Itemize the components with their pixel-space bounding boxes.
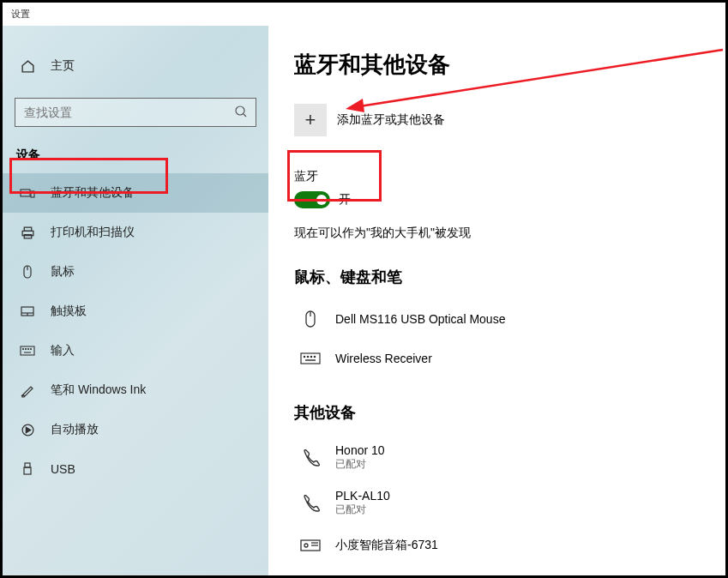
main-panel: 蓝牙和其他设备 + 添加蓝牙或其他设备 蓝牙 开 现在可以作为"我的大手机"被发… [268,26,725,575]
sidebar-item-label: 输入 [51,343,75,358]
sidebar-item-label: 打印机和扫描仪 [51,225,135,240]
svg-rect-23 [301,353,320,364]
svg-rect-2 [21,190,30,196]
sidebar-item-bluetooth[interactable]: 蓝牙和其他设备 [3,173,268,213]
autoplay-icon [20,422,35,437]
keyboard-icon [20,343,35,358]
sidebar-item-label: USB [51,462,75,476]
device-item[interactable]: Wireless Receiver [294,339,725,378]
device-name: Wireless Receiver [335,352,432,365]
phone-icon [299,447,322,469]
sidebar: 主页 设备 蓝牙和其他设备 [3,26,268,575]
svg-rect-20 [24,467,31,474]
sidebar-section-header: 设备 [3,142,268,173]
device-item[interactable]: Honor 10 已配对 [294,435,725,480]
home-link[interactable]: 主页 [3,46,268,86]
sidebar-item-autoplay[interactable]: 自动播放 [3,410,268,449]
bluetooth-section-label: 蓝牙 [294,169,725,184]
device-status: 已配对 [335,503,390,517]
svg-point-24 [304,356,304,357]
device-item[interactable]: Dell MS116 USB Optical Mouse [294,299,725,339]
sidebar-item-label: 鼠标 [51,264,75,280]
mkb-section-title: 鼠标、键盘和笔 [294,267,725,287]
touchpad-icon [20,304,35,319]
other-section-title: 其他设备 [294,402,725,423]
phone-icon [299,492,322,515]
device-status: 已配对 [335,457,385,472]
search-input[interactable] [15,98,256,127]
devices-icon [20,185,35,201]
bluetooth-toggle[interactable] [294,191,330,208]
svg-rect-3 [31,191,34,197]
window-title: 设置 [3,3,725,26]
sidebar-item-label: 触摸板 [51,304,87,319]
pen-icon [20,382,35,398]
device-name: 小度智能音箱-6731 [335,538,438,553]
sidebar-item-typing[interactable]: 输入 [3,331,268,370]
add-device-button[interactable]: + 添加蓝牙或其他设备 [294,104,725,136]
sidebar-item-label: 蓝牙和其他设备 [51,185,135,201]
sidebar-item-label: 自动播放 [51,422,99,437]
device-name: PLK-AL10 [335,489,390,503]
mouse-device-icon [299,308,322,330]
plus-icon: + [294,104,327,136]
svg-rect-12 [21,346,34,355]
search-icon [234,105,248,122]
svg-rect-4 [24,227,32,231]
sidebar-item-touchpad[interactable]: 触摸板 [3,292,268,331]
svg-point-16 [31,349,32,350]
home-label: 主页 [51,58,75,74]
sidebar-item-mouse[interactable]: 鼠标 [3,252,268,292]
device-name: Honor 10 [335,443,385,457]
svg-point-30 [304,544,308,547]
svg-point-0 [236,106,244,115]
home-icon [20,58,35,74]
sidebar-item-usb[interactable]: USB [3,449,268,489]
svg-point-14 [26,349,27,350]
mouse-icon [20,264,35,280]
add-device-label: 添加蓝牙或其他设备 [337,112,445,128]
svg-point-25 [307,356,308,357]
svg-line-1 [244,114,246,117]
svg-point-27 [314,356,315,357]
svg-point-15 [28,349,29,350]
device-name: Dell MS116 USB Optical Mouse [335,312,505,326]
sidebar-item-pen[interactable]: 笔和 Windows Ink [3,370,268,410]
svg-point-26 [310,356,311,357]
sidebar-item-label: 笔和 Windows Ink [51,382,146,398]
sidebar-item-printers[interactable]: 打印机和扫描仪 [3,213,268,252]
keyboard-device-icon [299,347,322,370]
svg-point-13 [23,349,24,350]
device-item[interactable]: 小度智能音箱-6731 [294,526,725,565]
discoverable-text: 现在可以作为"我的大手机"被发现 [294,226,725,241]
page-title: 蓝牙和其他设备 [294,50,725,80]
svg-rect-19 [25,463,30,467]
speaker-icon [299,534,322,557]
usb-icon [20,461,35,477]
device-item[interactable]: PLK-AL10 已配对 [294,480,725,526]
toggle-state-label: 开 [339,192,351,208]
printer-icon [20,225,35,240]
